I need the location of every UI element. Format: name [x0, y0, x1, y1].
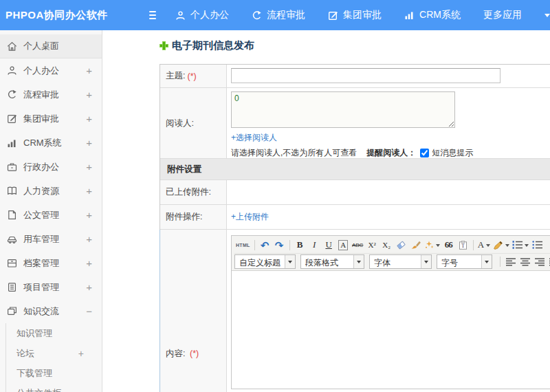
- font-family-select[interactable]: 字体: [369, 254, 432, 269]
- readers-textarea[interactable]: 0: [231, 91, 455, 128]
- auto-format-button[interactable]: [423, 238, 441, 252]
- align-right-button[interactable]: [532, 255, 547, 269]
- content-row: 内容: (*) HTML ↶ ↷: [160, 230, 550, 392]
- caret-down-icon: [421, 255, 431, 268]
- paragraph-format-select[interactable]: 段落格式: [300, 254, 364, 269]
- html-source-button[interactable]: HTML: [234, 238, 252, 252]
- caret-down-icon: [505, 244, 509, 249]
- main-content: 电子期刊信息发布 主题: (*) 阅读人:: [102, 30, 550, 392]
- svg-text:T: T: [461, 243, 465, 249]
- readers-row: 阅读人: 0 +选择阅读人 请选择阅读人,不选为所有人可查看 提醒阅读人： 短消…: [160, 88, 550, 159]
- subject-input[interactable]: [231, 68, 500, 83]
- undo-icon: ↶: [261, 240, 270, 250]
- upload-attachment-link[interactable]: +上传附件: [231, 211, 269, 223]
- sidebar-item-group-approval[interactable]: 集团审批 +: [0, 107, 102, 131]
- nav-workflow-approval[interactable]: 流程审批: [252, 9, 305, 21]
- superscript-button[interactable]: X²: [365, 238, 380, 252]
- uploaded-attachments-label: 已上传附件:: [166, 186, 211, 198]
- required-mark: (*): [187, 72, 196, 81]
- readers-hint: 请选择阅读人,不选为所有人可查看: [231, 147, 357, 159]
- caret-down-icon: [285, 255, 295, 268]
- home-icon: [7, 41, 17, 52]
- book-icon: [7, 186, 17, 196]
- caret-down-icon[interactable]: [544, 14, 550, 20]
- font-size-select[interactable]: 字号: [437, 254, 492, 269]
- rich-text-editor: HTML ↶ ↷ B I U A ABC: [231, 235, 550, 389]
- editor-content-area[interactable]: [232, 270, 550, 389]
- font-color-button[interactable]: A: [476, 238, 492, 252]
- top-nav: 个人办公 流程审批 集团审批 CRM系统 更多应用: [175, 9, 550, 21]
- content-label: 内容:: [166, 349, 185, 358]
- sidebar-subitem-downloads[interactable]: 下载管理: [6, 363, 102, 383]
- stack-icon: [7, 306, 17, 316]
- ordered-list-button[interactable]: [511, 238, 530, 252]
- strikethrough-button[interactable]: ABC: [351, 238, 365, 252]
- sidebar-item-crm[interactable]: CRM系统 +: [0, 131, 102, 155]
- phpoa-app: PHPOA协同办公软件 个人办公 流程审批 集团审批 CRM系统 更多应用: [0, 0, 550, 392]
- sidebar-item-official-docs[interactable]: 公文管理 +: [0, 203, 102, 227]
- undo-button[interactable]: ↶: [258, 238, 272, 252]
- top-bar: PHPOA协同办公软件 个人办公 流程审批 集团审批 CRM系统 更多应用: [0, 0, 550, 30]
- ordered-list-icon: [512, 241, 522, 249]
- caret-down-icon: [525, 244, 529, 249]
- clipboard-icon: [7, 282, 17, 292]
- menu-toggle-icon[interactable]: [149, 9, 156, 21]
- align-center-icon: [520, 258, 530, 266]
- align-center-button[interactable]: [518, 255, 532, 269]
- sidebar-item-hr[interactable]: 人力资源 +: [0, 179, 102, 203]
- sidebar-item-projects[interactable]: 项目管理 +: [0, 275, 102, 299]
- remove-format-button[interactable]: [394, 238, 408, 252]
- attachment-section-header: 附件设置: [160, 159, 550, 180]
- sidebar-item-workflow-approval[interactable]: 流程审批 +: [0, 83, 102, 107]
- sidebar-item-admin-office[interactable]: 行政办公 +: [0, 155, 102, 179]
- nav-crm-system[interactable]: CRM系统: [404, 9, 461, 21]
- page-title: 电子期刊信息发布: [160, 39, 550, 52]
- sms-remind-checkbox[interactable]: [420, 149, 429, 157]
- user-icon: [175, 10, 186, 21]
- sidebar-item-personal-office[interactable]: 个人办公 +: [0, 58, 102, 83]
- caret-down-icon: [481, 255, 492, 268]
- bold-button[interactable]: B: [293, 238, 307, 252]
- paste-as-text-button[interactable]: T: [456, 238, 470, 252]
- align-left-button[interactable]: [503, 255, 518, 269]
- briefcase-icon: [7, 162, 17, 172]
- brush-icon: [410, 240, 421, 250]
- subject-label: 主题:: [166, 70, 185, 82]
- workflow-icon: [252, 10, 262, 21]
- sidebar-item-archives[interactable]: 档案管理 +: [0, 251, 102, 275]
- app-logo: PHPOA协同办公软件: [0, 9, 108, 22]
- font-name-button[interactable]: A: [336, 238, 351, 252]
- workflow-icon: [7, 89, 17, 100]
- sidebar-item-personal-desktop[interactable]: 个人桌面: [0, 34, 102, 58]
- blockquote-button[interactable]: 66: [441, 238, 456, 252]
- redo-button[interactable]: ↷: [272, 238, 287, 252]
- sidebar-subitem-forum[interactable]: 论坛 +: [6, 343, 102, 363]
- heading-style-select[interactable]: 自定义标题: [234, 254, 296, 269]
- sidebar-item-vehicle[interactable]: 用车管理 +: [0, 227, 102, 251]
- caret-down-icon: [436, 244, 440, 249]
- sidebar-item-knowledge[interactable]: 知识交流 −: [0, 299, 102, 323]
- highlight-color-button[interactable]: [492, 238, 511, 252]
- car-icon: [7, 234, 17, 244]
- unordered-list-button[interactable]: [530, 238, 544, 252]
- sidebar-subitem-public-cabinet[interactable]: 公共文件柜: [6, 383, 102, 392]
- sidebar-subitem-knowledge-mgmt[interactable]: 知识管理: [6, 323, 102, 343]
- align-left-icon: [506, 258, 516, 266]
- user-icon: [7, 65, 17, 76]
- readers-label: 阅读人:: [166, 118, 194, 129]
- format-brush-button[interactable]: [408, 238, 423, 252]
- unordered-list-icon: [532, 241, 542, 249]
- align-right-icon: [535, 258, 544, 266]
- publish-form: 主题: (*) 阅读人: 0 +选择阅读人 请选择阅读: [160, 64, 550, 392]
- document-icon: [7, 210, 17, 220]
- archive-icon: [7, 258, 17, 268]
- bar-chart-icon: [404, 10, 415, 20]
- subscript-button[interactable]: X₂: [380, 238, 394, 252]
- nav-more-apps[interactable]: 更多应用: [483, 9, 522, 21]
- underline-button[interactable]: U: [322, 238, 336, 252]
- justify-button[interactable]: [547, 255, 550, 269]
- italic-button[interactable]: I: [307, 238, 322, 252]
- select-readers-link[interactable]: +选择阅读人: [231, 133, 277, 142]
- nav-group-approval[interactable]: 集团审批: [328, 9, 382, 21]
- nav-personal-office[interactable]: 个人办公: [175, 9, 229, 21]
